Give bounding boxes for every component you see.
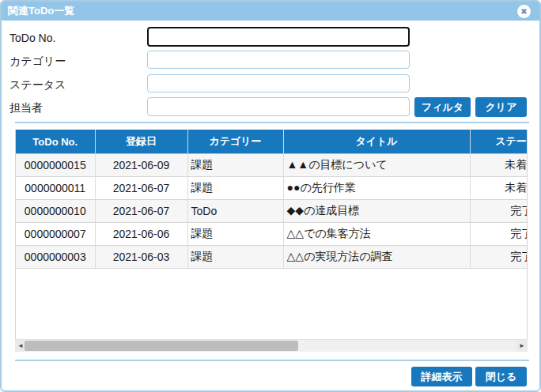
cell-status[interactable]: 未着手 [470, 177, 528, 200]
detail-view-button[interactable]: 詳細表示 [411, 367, 472, 386]
cell-title[interactable]: ◆◆の達成目標 [283, 200, 470, 223]
cell-title[interactable]: ●●の先行作業 [283, 177, 470, 200]
assignee-label: 担当者 [9, 100, 43, 115]
table-row[interactable]: 0000000007 2021-06-06 課題 △△での集客方法 完了 [16, 223, 528, 246]
close-button[interactable]: ✖ [517, 5, 531, 18]
assignee-input[interactable] [147, 97, 410, 116]
col-header-category[interactable]: カテゴリー [187, 130, 283, 154]
cell-status[interactable]: 完了 [470, 200, 528, 223]
status-label: ステータス [9, 77, 66, 92]
scrollbar-thumb[interactable] [25, 341, 298, 351]
dialog-title: 関連ToDo一覧 [8, 2, 74, 21]
grid-top-separator [15, 122, 529, 123]
cell-category[interactable]: ToDo [187, 200, 283, 223]
table-header-row: ToDo No. 登録日 カテゴリー タイトル ステータス [16, 130, 528, 154]
close-icon: ✖ [520, 8, 527, 16]
status-input[interactable] [147, 74, 410, 92]
todo-table: ToDo No. 登録日 カテゴリー タイトル ステータス 0000000015… [16, 130, 528, 269]
todo-no-label: ToDo No. [9, 31, 55, 45]
cell-todo-no[interactable]: 0000000007 [16, 223, 95, 246]
cell-status[interactable]: 未着手 [470, 154, 528, 177]
scroll-right-icon[interactable]: ► [516, 340, 528, 352]
cell-date[interactable]: 2021-06-07 [95, 177, 187, 200]
table-row[interactable]: 0000000010 2021-06-07 ToDo ◆◆の達成目標 完了 [16, 200, 528, 223]
cell-category[interactable]: 課題 [187, 246, 283, 269]
clear-button[interactable]: クリア [475, 97, 527, 117]
table-row[interactable]: 0000000015 2021-06-09 課題 ▲▲の目標について 未着手 [16, 154, 528, 177]
horizontal-scrollbar[interactable]: ◄ ► [15, 339, 528, 352]
category-label: カテゴリー [9, 54, 66, 68]
col-header-status[interactable]: ステータス [470, 130, 528, 154]
cell-title[interactable]: △△の実現方法の調査 [283, 246, 470, 269]
todo-no-input[interactable] [147, 27, 410, 47]
cell-date[interactable]: 2021-06-03 [95, 246, 187, 269]
cell-status[interactable]: 完了 [470, 223, 528, 246]
cell-category[interactable]: 課題 [187, 154, 283, 177]
cell-todo-no[interactable]: 0000000010 [16, 200, 95, 223]
cell-todo-no[interactable]: 0000000003 [16, 246, 95, 269]
cell-category[interactable]: 課題 [187, 223, 283, 246]
cell-date[interactable]: 2021-06-09 [95, 154, 187, 177]
cell-category[interactable]: 課題 [187, 177, 283, 200]
todo-grid-viewport: ToDo No. 登録日 カテゴリー タイトル ステータス 0000000015… [15, 130, 528, 339]
close-dialog-button[interactable]: 閉じる [475, 367, 527, 386]
category-input[interactable] [147, 51, 410, 69]
filter-button[interactable]: フィルタ [414, 97, 471, 117]
col-header-todo-no[interactable]: ToDo No. [16, 130, 95, 154]
cell-todo-no[interactable]: 0000000015 [16, 154, 95, 177]
cell-title[interactable]: △△での集客方法 [283, 223, 470, 246]
table-row[interactable]: 0000000011 2021-06-07 課題 ●●の先行作業 未着手 [16, 177, 528, 200]
dialog-titlebar[interactable]: 関連ToDo一覧 ✖ [2, 2, 539, 21]
table-row[interactable]: 0000000003 2021-06-03 課題 △△の実現方法の調査 完了 [16, 246, 528, 269]
col-header-title[interactable]: タイトル [283, 130, 470, 154]
cell-title[interactable]: ▲▲の目標について [283, 154, 470, 177]
cell-todo-no[interactable]: 0000000011 [16, 177, 95, 200]
footer-separator [15, 360, 529, 361]
cell-status[interactable]: 完了 [470, 246, 528, 269]
cell-date[interactable]: 2021-06-07 [95, 200, 187, 223]
col-header-registered-date[interactable]: 登録日 [95, 130, 187, 154]
related-todo-dialog: 関連ToDo一覧 ✖ ToDo No. カテゴリー ステータス 担当者 フィルタ… [0, 0, 541, 392]
cell-date[interactable]: 2021-06-06 [95, 223, 187, 246]
